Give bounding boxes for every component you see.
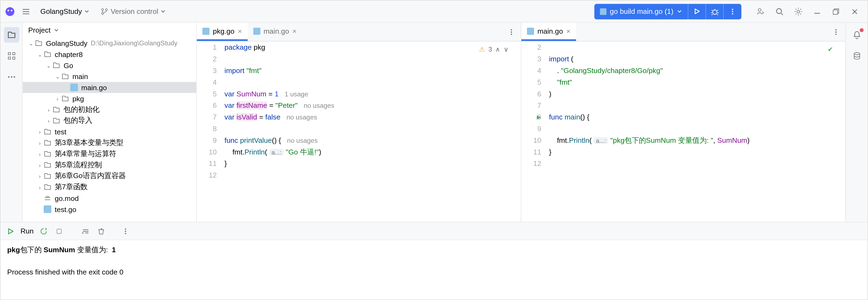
tree-row[interactable]: ⌄main: [23, 71, 196, 82]
chevron-right-icon[interactable]: ›: [36, 151, 44, 157]
code-line[interactable]: [225, 170, 521, 181]
code-line[interactable]: fmt.Println( a...: "pkg包下的SumNum 变量值为: "…: [549, 134, 845, 146]
close-window-icon[interactable]: [846, 3, 863, 20]
restore-icon[interactable]: [828, 3, 844, 20]
project-tool-icon[interactable]: [3, 27, 19, 42]
chevron-down-icon[interactable]: ⌄: [45, 62, 53, 68]
tree-row[interactable]: ⌄GolangStudyD:\DingJiaxiong\GolangStudy: [23, 38, 196, 49]
version-control-selector[interactable]: Version control: [97, 5, 169, 18]
code-line[interactable]: . "GolangStudy/chapter8/Go/pkg": [549, 65, 845, 76]
chevron-right-icon[interactable]: ›: [36, 184, 44, 190]
run-tool-icon[interactable]: [5, 226, 16, 237]
notifications-icon[interactable]: [849, 27, 865, 42]
code-line[interactable]: package pkg: [225, 41, 521, 53]
tree-row[interactable]: go.mod: [23, 192, 196, 204]
tree-row[interactable]: ›包的导入: [23, 115, 196, 126]
code-line[interactable]: [225, 53, 521, 65]
chevron-right-icon[interactable]: ›: [45, 107, 53, 112]
tree-row[interactable]: ›第3章基本变量与类型: [23, 137, 196, 148]
prev-highlight-icon[interactable]: ∧: [495, 44, 500, 55]
tree-row[interactable]: ›第6章Go语言内置容器: [23, 171, 196, 182]
debug-button[interactable]: [706, 3, 724, 19]
chevron-right-icon[interactable]: ›: [36, 140, 44, 146]
next-highlight-icon[interactable]: ∨: [504, 44, 508, 55]
chevron-right-icon[interactable]: ›: [36, 162, 44, 168]
tree-row[interactable]: ›第7章函数: [23, 182, 196, 193]
close-tab-icon[interactable]: ×: [238, 27, 242, 35]
database-tool-icon[interactable]: [849, 48, 865, 63]
more-actions-button[interactable]: [724, 3, 741, 19]
stop-icon[interactable]: [54, 226, 65, 237]
chevron-right-icon[interactable]: ›: [45, 118, 53, 123]
editor-tab[interactable]: main.go×: [521, 23, 576, 41]
tab-menu-icon[interactable]: [502, 28, 521, 36]
run-output[interactable]: pkg包下的 SumNum 变量值为: 1 Process finished w…: [1, 240, 867, 299]
search-everywhere-icon[interactable]: [771, 3, 788, 20]
chevron-down-icon[interactable]: ⌄: [27, 40, 35, 46]
code-line[interactable]: import (: [549, 53, 845, 65]
code-line[interactable]: var isValid = false no usages: [225, 111, 521, 123]
tree-row[interactable]: ›pkg: [23, 93, 196, 104]
tree-row[interactable]: main.go: [23, 82, 196, 93]
run-config-selector[interactable]: go build main.go (1): [594, 3, 688, 19]
minimize-icon[interactable]: [809, 3, 826, 20]
code-line[interactable]: [225, 76, 521, 88]
tree-row[interactable]: ›test: [23, 126, 196, 138]
code-line[interactable]: fmt.Println( a...: "Go 牛逼!"): [225, 146, 521, 158]
delete-icon[interactable]: [95, 226, 106, 237]
chevron-down-icon[interactable]: ⌄: [54, 73, 62, 79]
gutter-run-icon[interactable]: ▶: [537, 111, 541, 123]
chevron-right-icon[interactable]: ›: [54, 96, 62, 101]
run-button[interactable]: [688, 3, 706, 19]
close-tab-icon[interactable]: ×: [292, 27, 297, 35]
tree-row[interactable]: ›第4章常量与运算符: [23, 148, 196, 159]
code-line[interactable]: func printValue() { no usages: [225, 134, 521, 146]
code-line[interactable]: import "fmt": [225, 65, 521, 76]
structure-tool-icon[interactable]: [3, 48, 19, 63]
tree-row[interactable]: ⌄Go: [23, 60, 196, 71]
gutter-right[interactable]: 2345678▶9101112: [521, 41, 547, 222]
gutter-left[interactable]: 123456789101112: [197, 41, 222, 222]
more-tools-icon[interactable]: [3, 69, 19, 85]
code-line[interactable]: [549, 41, 845, 53]
chevron-right-icon[interactable]: ›: [36, 129, 44, 134]
svg-point-31: [835, 31, 837, 33]
code-line[interactable]: [225, 123, 521, 134]
tree-row[interactable]: ›包的初始化: [23, 104, 196, 115]
inspection-widget[interactable]: ✔: [828, 44, 833, 55]
code-line[interactable]: var firstName = "Peter" no usages: [225, 100, 521, 111]
code-line[interactable]: func main() {: [549, 111, 845, 123]
tab-label: pkg.go: [213, 27, 235, 35]
project-tree[interactable]: ⌄GolangStudyD:\DingJiaxiong\GolangStudy⌄…: [23, 38, 196, 222]
tree-row[interactable]: ⌄chapter8: [23, 49, 196, 60]
code-line[interactable]: ): [549, 88, 845, 100]
code-line[interactable]: var SumNum = 1 1 usage: [225, 88, 521, 100]
editor-tab[interactable]: main.go×: [247, 23, 302, 41]
code-line[interactable]: }: [225, 158, 521, 170]
code-line[interactable]: [549, 158, 845, 170]
inspection-widget[interactable]: ⚠ 3 ∧ ∨: [479, 44, 508, 55]
project-panel-header[interactable]: Project: [23, 23, 196, 38]
chevron-down-icon[interactable]: ⌄: [36, 51, 44, 57]
svg-point-37: [125, 233, 126, 234]
code-line[interactable]: "fmt": [549, 76, 845, 88]
rerun-icon[interactable]: [38, 226, 49, 237]
tree-row[interactable]: ›第5章流程控制: [23, 159, 196, 171]
project-selector[interactable]: GolangStudy: [37, 5, 93, 18]
code-with-me-icon[interactable]: [752, 3, 769, 20]
editor-tab[interactable]: pkg.go×: [197, 23, 248, 41]
folder-icon: [44, 172, 53, 180]
code-editor-right[interactable]: ✔ 2345678▶9101112 import ( . "GolangStud…: [521, 41, 845, 222]
code-editor-left[interactable]: ⚠ 3 ∧ ∨ 123456789101112 package pkgimpor…: [197, 41, 521, 222]
layout-icon[interactable]: [80, 226, 91, 237]
chevron-right-icon[interactable]: ›: [36, 173, 44, 179]
tree-row[interactable]: test.go: [23, 204, 196, 215]
close-tab-icon[interactable]: ×: [566, 27, 570, 35]
code-line[interactable]: [549, 123, 845, 134]
tab-menu-icon[interactable]: [827, 28, 845, 36]
run-more-icon[interactable]: [120, 226, 131, 237]
main-menu-icon[interactable]: [19, 5, 33, 18]
settings-icon[interactable]: [790, 3, 807, 20]
code-line[interactable]: [549, 100, 845, 111]
code-line[interactable]: }: [549, 146, 845, 158]
